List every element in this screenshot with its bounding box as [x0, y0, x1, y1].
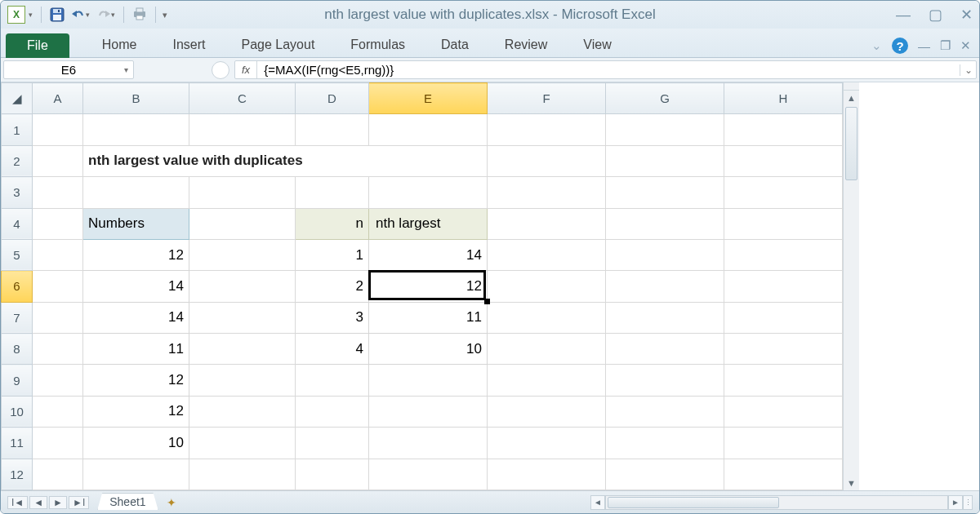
col-header-C[interactable]: C [189, 83, 296, 114]
tab-insert[interactable]: Insert [154, 33, 223, 57]
select-all-corner[interactable]: ◢ [2, 83, 33, 114]
row-header-9[interactable]: 9 [2, 365, 33, 396]
file-tab[interactable]: File [6, 33, 69, 58]
fx-icon[interactable]: fx [235, 61, 257, 78]
cell-B8[interactable]: 11 [83, 334, 189, 365]
tab-view[interactable]: View [565, 33, 629, 57]
col-header-E[interactable]: E [369, 83, 488, 114]
tab-data[interactable]: Data [423, 33, 487, 57]
cell-E6[interactable]: 12 [369, 271, 488, 302]
split-handle[interactable] [844, 82, 859, 91]
cell-E8[interactable]: 10 [369, 334, 488, 365]
statusbar: I◄ ◄ ► ►I Sheet1 ✦ ◄ ► ⋮ [1, 490, 979, 513]
tab-home[interactable]: Home [84, 33, 155, 57]
col-header-A[interactable]: A [33, 83, 83, 114]
fill-handle[interactable] [484, 299, 490, 304]
name-box[interactable]: E6 ▾ [3, 60, 134, 79]
ribbon-minimize-icon[interactable]: ⌄ [871, 38, 882, 53]
sheet-nav-prev-icon[interactable]: ◄ [29, 496, 47, 509]
col-header-H[interactable]: H [724, 83, 843, 114]
scroll-up-icon[interactable]: ▲ [844, 91, 859, 105]
row-header-2[interactable]: 2 [2, 145, 33, 176]
grid[interactable]: ◢ A B C D E F G H 1 2nth largest value w… [1, 82, 843, 490]
numbers-header[interactable]: Numbers [83, 208, 189, 239]
sheet-nav-last-icon[interactable]: ►I [69, 496, 89, 509]
quick-access-toolbar: X ▾ ▾ ▾ ▾ [7, 6, 167, 24]
col-header-D[interactable]: D [296, 83, 369, 114]
formula-bar: E6 ▾ fx {=MAX(IF(rng<E5,rng))} ⌄ [1, 58, 979, 82]
undo-icon[interactable]: ▾ [69, 8, 90, 21]
cell-D6[interactable]: 2 [296, 271, 369, 302]
name-box-dropdown-icon[interactable]: ▾ [124, 65, 128, 74]
separator [123, 7, 124, 23]
col-header-F[interactable]: F [488, 83, 606, 114]
qat-customize-icon[interactable]: ▾ [29, 11, 33, 19]
hscroll-split-icon[interactable]: ⋮ [963, 495, 973, 510]
cell-B6[interactable]: 14 [83, 271, 189, 302]
sheet-title: nth largest value with duplicates [83, 145, 488, 176]
minimize-icon[interactable]: ― [896, 7, 911, 24]
svg-rect-6 [136, 16, 143, 20]
row-header-3[interactable]: 3 [2, 177, 33, 208]
cell-E5[interactable]: 14 [369, 239, 488, 270]
row-header-12[interactable]: 12 [2, 459, 33, 490]
cell-D8[interactable]: 4 [296, 334, 369, 365]
cell-B10[interactable]: 12 [83, 396, 189, 427]
help-icon[interactable]: ? [892, 38, 908, 54]
sheet-nav-first-icon[interactable]: I◄ [7, 496, 28, 509]
redo-icon[interactable]: ▾ [95, 8, 115, 21]
formula-input[interactable]: {=MAX(IF(rng<E5,rng))} [257, 63, 960, 77]
cell-B9[interactable]: 12 [83, 365, 189, 396]
col-header-B[interactable]: B [83, 83, 189, 114]
qat-more-icon[interactable]: ▾ [163, 10, 167, 20]
row-header-7[interactable]: 7 [2, 302, 33, 333]
cell-D5[interactable]: 1 [296, 239, 369, 270]
cancel-formula-icon[interactable] [212, 61, 229, 79]
svg-rect-1 [53, 9, 61, 13]
vscroll-thumb[interactable] [845, 107, 858, 180]
row-header-4[interactable]: 4 [2, 208, 33, 239]
sheet-nav-next-icon[interactable]: ► [49, 496, 67, 509]
print-icon[interactable] [132, 7, 147, 23]
col-header-G[interactable]: G [606, 83, 724, 114]
tab-review[interactable]: Review [487, 33, 565, 57]
scroll-down-icon[interactable]: ▼ [844, 476, 859, 490]
window-controls: ― ▢ ✕ [896, 6, 973, 24]
worksheet-area: ◢ A B C D E F G H 1 2nth largest value w… [1, 82, 979, 490]
cell-B5[interactable]: 12 [83, 239, 189, 270]
tab-formulas[interactable]: Formulas [332, 33, 423, 57]
row-header-10[interactable]: 10 [2, 396, 33, 427]
maximize-icon[interactable]: ▢ [929, 6, 942, 24]
nth-header[interactable]: nth largest [369, 208, 488, 239]
row-header-11[interactable]: 11 [2, 428, 33, 459]
row-header-8[interactable]: 8 [2, 334, 33, 365]
close-icon[interactable]: ✕ [960, 6, 973, 24]
sheet-nav: I◄ ◄ ► ►I [7, 496, 89, 509]
excel-logo-icon[interactable]: X [7, 6, 25, 24]
row-header-5[interactable]: 5 [2, 239, 33, 270]
hscroll-thumb[interactable] [608, 497, 779, 508]
save-icon[interactable] [50, 7, 65, 22]
formula-expand-icon[interactable]: ⌄ [960, 64, 976, 76]
workbook-restore-icon[interactable]: ❐ [940, 38, 951, 53]
workbook-close-icon[interactable]: ✕ [960, 38, 971, 53]
horizontal-scrollbar[interactable]: ◄ ► ⋮ [590, 495, 973, 510]
cell-E7[interactable]: 11 [369, 302, 488, 333]
hscroll-left-icon[interactable]: ◄ [590, 495, 605, 510]
separator [41, 7, 42, 23]
name-box-value: E6 [61, 63, 76, 77]
titlebar: X ▾ ▾ ▾ ▾ nth largest value with duplica… [1, 1, 979, 29]
workbook-minimize-icon[interactable]: ― [918, 39, 930, 53]
sheet-tab-sheet1[interactable]: Sheet1 [97, 493, 158, 510]
hscroll-right-icon[interactable]: ► [948, 495, 963, 510]
tab-page-layout[interactable]: Page Layout [223, 33, 332, 57]
vertical-scrollbar[interactable]: ▲ ▼ [843, 82, 859, 490]
new-sheet-icon[interactable]: ✦ [167, 496, 176, 509]
cell-B7[interactable]: 14 [83, 302, 189, 333]
cell-D7[interactable]: 3 [296, 302, 369, 333]
cell-B11[interactable]: 10 [83, 428, 189, 459]
row-header-1[interactable]: 1 [2, 114, 33, 145]
row-header-6[interactable]: 6 [2, 271, 33, 302]
n-header[interactable]: n [296, 208, 369, 239]
separator [155, 7, 156, 23]
